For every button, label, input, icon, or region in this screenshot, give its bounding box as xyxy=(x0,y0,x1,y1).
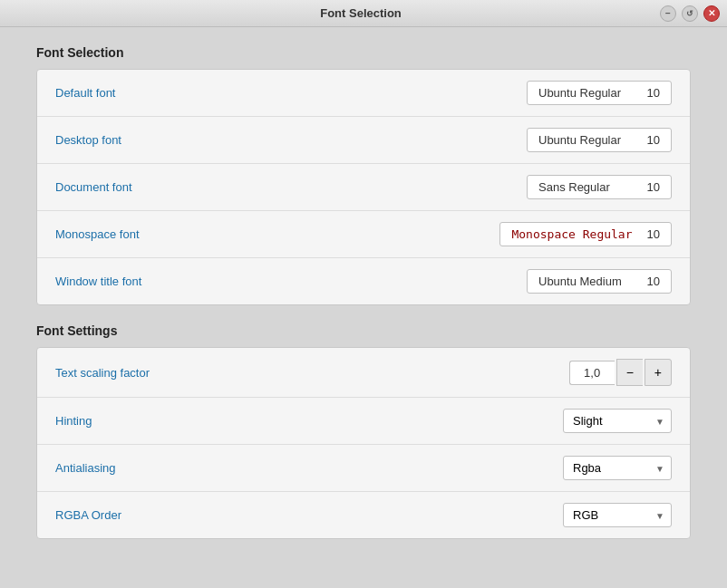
table-row: Document font Sans Regular 10 xyxy=(37,164,690,211)
rgba-order-select[interactable]: RGB BGR VRGB VBGR xyxy=(563,503,672,527)
table-row: Window title font Ubuntu Medium 10 xyxy=(37,258,690,304)
window-title-font-size: 10 xyxy=(647,275,660,288)
title-bar: Font Selection − ↺ ✕ xyxy=(0,0,727,27)
default-font-label: Default font xyxy=(55,86,116,100)
window-title-font-label: Window title font xyxy=(55,275,141,288)
default-font-button[interactable]: Ubuntu Regular 10 xyxy=(527,81,672,105)
rgba-order-label: RGBA Order xyxy=(55,508,121,522)
hinting-select[interactable]: None Slight Medium Full xyxy=(563,409,672,433)
text-scaling-label: Text scaling factor xyxy=(55,366,150,380)
hinting-label: Hinting xyxy=(55,414,92,428)
restore-icon: ↺ xyxy=(686,9,693,18)
document-font-button[interactable]: Sans Regular 10 xyxy=(527,175,672,199)
desktop-font-label: Desktop font xyxy=(55,133,121,147)
rgba-order-dropdown-wrapper: RGB BGR VRGB VBGR ▼ xyxy=(563,503,672,527)
document-font-size: 10 xyxy=(647,180,660,194)
table-row: Antialiasing None Grayscale Rgba ▼ xyxy=(37,445,690,492)
antialiasing-dropdown-wrapper: None Grayscale Rgba ▼ xyxy=(563,456,672,480)
document-font-name: Sans Regular xyxy=(538,180,610,194)
scaling-plus-button[interactable]: + xyxy=(645,359,672,386)
desktop-font-button[interactable]: Ubuntu Regular 10 xyxy=(527,128,672,152)
window-title-font-name: Ubuntu Medium xyxy=(538,275,622,288)
scaling-minus-button[interactable]: − xyxy=(616,359,643,386)
document-font-label: Document font xyxy=(55,180,132,194)
scaling-controls: 1,0 − + xyxy=(569,359,672,386)
monospace-font-label: Monospace font xyxy=(55,227,140,241)
default-font-size: 10 xyxy=(647,86,660,100)
close-icon: ✕ xyxy=(708,8,715,18)
monospace-font-size: 10 xyxy=(647,227,660,241)
window-title-font-button[interactable]: Ubuntu Medium 10 xyxy=(527,269,672,294)
desktop-font-name: Ubuntu Regular xyxy=(538,133,621,147)
table-row: Desktop font Ubuntu Regular 10 xyxy=(37,117,690,164)
font-settings-box: Text scaling factor 1,0 − + Hinting None… xyxy=(36,347,691,539)
monospace-font-name: Monospace Regular xyxy=(511,227,632,241)
font-selection-title: Font Selection xyxy=(36,45,691,60)
table-row: Default font Ubuntu Regular 10 xyxy=(37,70,690,117)
table-row: Monospace font Monospace Regular 10 xyxy=(37,211,690,258)
antialiasing-label: Antialiasing xyxy=(55,461,116,475)
window-title: Font Selection xyxy=(62,6,660,20)
desktop-font-size: 10 xyxy=(647,133,660,147)
font-settings-title: Font Settings xyxy=(36,323,691,338)
antialiasing-select[interactable]: None Grayscale Rgba xyxy=(563,456,672,480)
table-row: RGBA Order RGB BGR VRGB VBGR ▼ xyxy=(37,492,690,538)
table-row: Hinting None Slight Medium Full ▼ xyxy=(37,398,690,445)
default-font-name: Ubuntu Regular xyxy=(538,86,621,100)
scaling-value: 1,0 xyxy=(569,361,615,385)
hinting-dropdown-wrapper: None Slight Medium Full ▼ xyxy=(563,409,672,433)
window-controls: − ↺ ✕ xyxy=(660,5,720,22)
font-selection-box: Default font Ubuntu Regular 10 Desktop f… xyxy=(36,69,691,305)
close-button[interactable]: ✕ xyxy=(703,5,720,22)
table-row: Text scaling factor 1,0 − + xyxy=(37,348,690,398)
main-content: Font Selection Default font Ubuntu Regul… xyxy=(0,27,727,575)
restore-button[interactable]: ↺ xyxy=(682,5,698,22)
monospace-font-button[interactable]: Monospace Regular 10 xyxy=(499,222,672,246)
minimize-button[interactable]: − xyxy=(660,5,676,22)
